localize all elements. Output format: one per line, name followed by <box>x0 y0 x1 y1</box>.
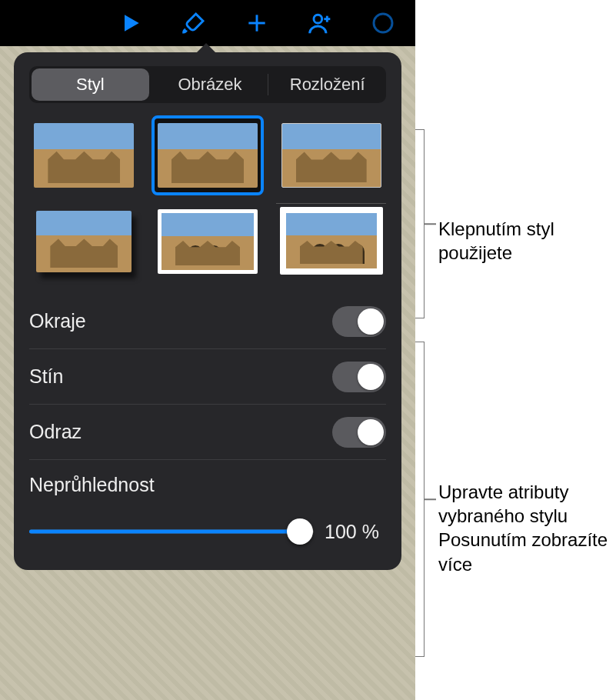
add-person-icon[interactable] <box>305 8 335 38</box>
callout-bracket-1 <box>415 129 425 318</box>
row-reflection: Odraz <box>29 405 386 460</box>
format-brush-icon[interactable] <box>178 8 209 38</box>
opacity-section: Neprůhlednost 100 % <box>29 460 386 547</box>
borders-label: Okraje <box>29 310 86 332</box>
opacity-label: Neprůhlednost <box>29 474 386 496</box>
shadow-label: Stín <box>29 365 63 388</box>
opacity-value: 100 % <box>325 521 386 543</box>
top-toolbar <box>0 0 415 46</box>
tab-style[interactable]: Styl <box>32 68 149 101</box>
reflection-label: Odraz <box>29 421 82 443</box>
callout-apply-style: Klepnutím styl použijete <box>438 217 616 265</box>
tab-image[interactable]: Obrázek <box>152 66 269 103</box>
tab-layout[interactable]: Rozložení <box>268 66 386 103</box>
style-thumb-3[interactable] <box>276 117 386 194</box>
callout-adjust-attributes: Upravte atributy vybraného stylu Posunut… <box>438 480 616 576</box>
slider-knob[interactable] <box>287 518 313 545</box>
reflection-toggle[interactable] <box>332 417 386 448</box>
svg-point-6 <box>374 14 392 32</box>
tab-style-label: Styl <box>76 75 105 95</box>
style-thumb-2[interactable] <box>153 117 263 194</box>
shadow-toggle[interactable] <box>332 362 386 392</box>
borders-toggle[interactable] <box>332 306 386 337</box>
tab-image-label: Obrázek <box>178 75 241 95</box>
add-icon[interactable] <box>241 8 272 38</box>
tab-layout-label: Rozložení <box>290 75 365 95</box>
style-thumb-1[interactable] <box>29 117 139 194</box>
format-popover: Styl Obrázek Rozložení Okraje Stín Odraz… <box>14 52 401 570</box>
svg-point-3 <box>314 15 322 23</box>
format-tabs: Styl Obrázek Rozložení <box>29 66 386 103</box>
svg-marker-0 <box>125 15 139 31</box>
row-shadow: Stín <box>29 349 386 405</box>
style-thumbnails <box>29 117 386 280</box>
slider-fill <box>29 530 300 534</box>
style-thumb-6[interactable] <box>276 203 386 280</box>
row-borders: Okraje <box>29 294 386 349</box>
style-thumb-5[interactable] <box>153 203 263 280</box>
opacity-slider[interactable] <box>29 516 314 547</box>
callout-bracket-2 <box>415 342 425 657</box>
play-icon[interactable] <box>115 8 146 38</box>
more-icon[interactable] <box>368 8 398 38</box>
style-thumb-4[interactable] <box>29 203 139 280</box>
